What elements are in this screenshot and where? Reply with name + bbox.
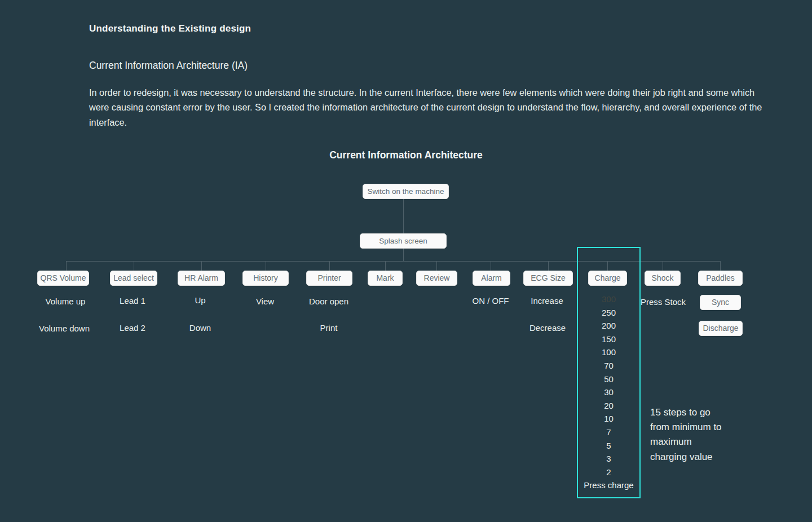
tick-qrs-volume (66, 261, 67, 271)
child-view: View (256, 297, 274, 306)
tick-ecg-size (548, 261, 549, 271)
charge-step: 150 (602, 333, 616, 346)
node-hr-alarm: HR Alarm (178, 271, 225, 286)
child-up: Up (195, 295, 205, 305)
charge-step: 20 (604, 399, 614, 413)
charge-step: 5 (606, 439, 611, 453)
node-qrs-volume: QRS Volume (37, 271, 89, 286)
tick-review (436, 261, 437, 271)
node-review: Review (416, 271, 457, 286)
child-door-open: Door open (309, 297, 348, 306)
tick-printer (329, 261, 330, 271)
connector-root-splash (403, 199, 404, 233)
tick-hr-alarm (201, 261, 202, 271)
connector-splash-branch (403, 249, 404, 261)
charge-step: 2 (606, 466, 611, 479)
node-ecg-size: ECG Size (523, 271, 573, 286)
charge-steps-annotation: 15 steps to go from minimum to maximum c… (650, 405, 730, 465)
node-sync: Sync (700, 295, 741, 310)
node-shock: Shock (645, 271, 681, 286)
node-mark: Mark (368, 271, 403, 286)
node-switch-on-machine: Switch on the machine (363, 184, 449, 199)
node-printer: Printer (306, 271, 352, 286)
child-press-stock: Press Stock (641, 297, 686, 307)
charge-step: 300 (602, 293, 616, 306)
tick-shock (663, 261, 663, 271)
node-discharge: Discharge (699, 321, 743, 336)
charge-step: Press charge (584, 479, 633, 492)
charge-step: 250 (602, 306, 616, 320)
diagram-title: Current Information Architecture (0, 149, 812, 161)
child-lead-2: Lead 2 (120, 323, 145, 333)
child-volume-down: Volume down (39, 324, 90, 333)
charge-steps-list: 300 250 200 150 100 70 50 30 20 10 7 5 3… (577, 293, 641, 492)
charge-step: 50 (604, 373, 614, 386)
node-charge: Charge (588, 271, 627, 286)
tick-paddles (720, 261, 721, 271)
node-splash-screen: Splash screen (360, 233, 447, 249)
child-print: Print (320, 323, 338, 333)
page-title: Understanding the Existing design (89, 23, 251, 34)
tick-history (266, 261, 266, 271)
node-alarm: Alarm (473, 271, 510, 286)
child-on-off: ON / OFF (473, 296, 509, 306)
node-lead-select: Lead select (110, 271, 157, 286)
child-volume-up: Volume up (46, 297, 86, 306)
intro-paragraph: In order to redesign, it was necessary t… (89, 85, 764, 130)
child-increase: Increase (531, 296, 563, 306)
tick-lead-select (134, 261, 134, 271)
node-paddles: Paddles (698, 271, 743, 286)
charge-step: 70 (604, 359, 614, 373)
section-subtitle: Current Information Architecture (IA) (89, 60, 248, 72)
child-decrease: Decrease (529, 323, 566, 333)
tick-alarm (491, 261, 491, 271)
node-history: History (242, 271, 289, 286)
charge-step: 100 (602, 346, 616, 359)
charge-step: 3 (606, 452, 611, 466)
charge-step: 7 (606, 426, 611, 439)
case-study-page: Understanding the Existing design Curren… (0, 0, 812, 522)
charge-step: 200 (602, 319, 616, 333)
charge-step: 30 (604, 386, 614, 399)
child-lead-1: Lead 1 (120, 296, 145, 306)
charge-step: 10 (604, 412, 614, 426)
tick-mark (385, 261, 386, 271)
child-down: Down (189, 323, 211, 333)
